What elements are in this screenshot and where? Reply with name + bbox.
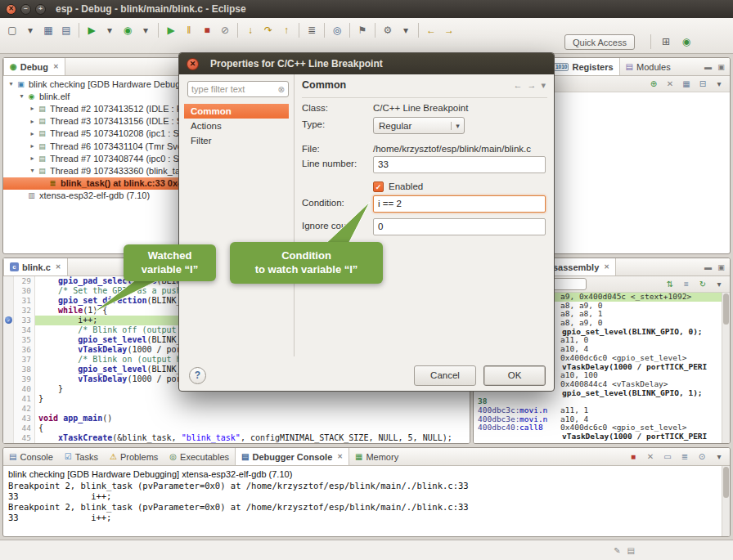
save-button[interactable]: ▦ (39, 21, 57, 39)
view-menu-icon[interactable]: ▾ (712, 78, 726, 91)
ignore-count-input[interactable]: 0 (373, 218, 546, 235)
disassembly-scrollbar[interactable] (722, 293, 730, 443)
pin-console-icon[interactable]: ⊙ (695, 450, 709, 464)
editor-line[interactable]: 42 (3, 404, 470, 414)
main-toolbar: ▢▾▦▤▶▾◉▾▶‖■⊘↓↷↑≣◎⚑⚙▾←→ Quick Access ⊞◉ (0, 18, 733, 54)
terminate-icon[interactable]: ■ (626, 450, 641, 464)
tab-debugger-console[interactable]: ▤Debugger Console✕ (235, 448, 349, 465)
save-all-button[interactable]: ▤ (57, 21, 75, 39)
tab-problems[interactable]: ⚠Problems (104, 448, 164, 465)
tab-debug[interactable]: ◉ Debug ✕ (3, 58, 65, 75)
debug-button[interactable]: ▶ (83, 21, 101, 39)
bookmark-button[interactable]: ⚑ (353, 21, 371, 39)
maximize-icon[interactable]: ▣ (716, 263, 726, 271)
back-button[interactable]: ← (422, 21, 440, 39)
filter-input[interactable]: type filter text ⊗ (187, 81, 289, 97)
expander-icon[interactable]: ▾ (7, 80, 16, 87)
resume-button[interactable]: ▶ (162, 21, 180, 39)
layout-icon[interactable]: ▦ (679, 78, 694, 91)
dialog-nav-actions[interactable]: Actions (184, 119, 289, 133)
expander-icon[interactable]: ▸ (28, 105, 37, 112)
open-perspective-icon[interactable]: ⊞ (657, 33, 675, 51)
forward-button[interactable]: → (440, 21, 458, 39)
line-number-input[interactable]: 33 (373, 156, 546, 173)
add-register-group-icon[interactable]: ⊕ (646, 78, 661, 91)
step-return-button[interactable]: ↑ (277, 21, 295, 39)
open-console-dropdown-icon[interactable]: ▾ (712, 450, 726, 464)
run-button[interactable]: ◉ (119, 21, 137, 39)
view-menu-icon[interactable]: ▾ (712, 278, 726, 291)
window-minimize-button[interactable]: − (20, 4, 31, 15)
dialog-nav-common[interactable]: Common (184, 104, 289, 119)
disassembly-line[interactable]: vTaskDelay(1000 / portTICK_PERI (474, 432, 722, 441)
tab-tasks[interactable]: ☑Tasks (59, 448, 104, 465)
type-select[interactable]: Regular ▾ (373, 117, 465, 134)
maximize-icon[interactable]: ▣ (716, 63, 726, 71)
external-tools-button[interactable]: ⚙ (379, 21, 397, 39)
close-icon[interactable]: ✕ (604, 263, 609, 271)
expander-icon[interactable]: ▾ (28, 167, 37, 174)
disconnect-button[interactable]: ⊘ (216, 21, 234, 39)
sync-with-stack-icon[interactable]: ⇅ (663, 278, 677, 291)
scrollbar-thumb[interactable] (723, 293, 729, 325)
tab-executables[interactable]: ◎Executables (164, 448, 235, 465)
line-number: 31 (14, 296, 35, 306)
ok-button[interactable]: OK (483, 365, 546, 386)
minimize-icon[interactable]: ▬ (703, 63, 713, 71)
instruction-stepping-button[interactable]: ≣ (303, 21, 321, 39)
tab-blink-c[interactable]: c blink.c ✕ (3, 258, 68, 276)
step-over-button[interactable]: ↷ (259, 21, 277, 39)
show-source-icon[interactable]: ≡ (679, 278, 694, 291)
forward-icon[interactable]: → (527, 80, 536, 91)
expander-icon[interactable]: ▸ (28, 155, 37, 162)
editor-line[interactable]: 41} (3, 394, 470, 404)
suspend-button[interactable]: ‖ (180, 21, 198, 39)
cancel-button[interactable]: Cancel (414, 365, 476, 386)
enabled-checkbox[interactable]: ✓ (373, 181, 384, 192)
remove-icon[interactable]: ✕ (663, 78, 677, 91)
clear-filter-icon[interactable]: ⊗ (278, 85, 285, 94)
close-icon[interactable]: ✕ (56, 263, 61, 271)
close-icon[interactable]: ✕ (337, 453, 343, 460)
expander-icon[interactable]: ▸ (28, 118, 37, 125)
line-number: 36 (14, 345, 35, 355)
minimize-icon[interactable]: ▬ (703, 263, 713, 271)
dialog-close-button[interactable]: ✕ (187, 58, 199, 70)
clear-console-icon[interactable]: ▭ (660, 450, 675, 464)
debug-dropdown-icon[interactable]: ▾ (101, 21, 119, 39)
expander-icon[interactable]: ▸ (28, 142, 37, 150)
quick-access-button[interactable]: Quick Access (564, 34, 635, 50)
dialog-nav-filter[interactable]: Filter (184, 133, 289, 148)
refresh-icon[interactable]: ↻ (695, 278, 710, 291)
close-icon[interactable]: ✕ (53, 63, 59, 70)
tab-console[interactable]: ▤Console (3, 448, 59, 465)
tab-modules[interactable]: ▤Modules (620, 58, 677, 75)
console-output[interactable]: Breakpoint 2, blink_task (pvParameter=0x… (3, 481, 730, 523)
editor-line[interactable]: 43void app_main() (3, 414, 470, 423)
window-maximize-button[interactable]: + (35, 4, 46, 15)
scrollbar-thumb[interactable] (723, 467, 729, 498)
expander-icon[interactable]: ▾ (17, 92, 26, 100)
new-button[interactable]: ▢ (3, 21, 21, 39)
scroll-lock-icon[interactable]: ≣ (677, 450, 692, 464)
remove-launch-icon[interactable]: ✕ (643, 450, 658, 464)
external-tools-dropdown-icon[interactable]: ▾ (397, 21, 415, 39)
help-button[interactable]: ? (189, 367, 206, 384)
console-scrollbar[interactable] (722, 466, 730, 536)
expander-icon[interactable]: ▸ (28, 130, 37, 137)
tab-memory[interactable]: ▦Memory (349, 448, 404, 465)
run-dropdown-icon[interactable]: ▾ (137, 21, 155, 39)
new-dropdown-icon[interactable]: ▾ (21, 21, 39, 39)
back-icon[interactable]: ← (513, 80, 522, 91)
editor-line[interactable]: 45 xTaskCreate(&blink_task, "blink_task"… (3, 433, 470, 443)
search-button[interactable]: ◎ (328, 21, 346, 39)
condition-input[interactable]: i == 2 (373, 195, 546, 213)
terminate-button[interactable]: ■ (198, 21, 216, 39)
collapse-all-icon[interactable]: ⊟ (695, 78, 710, 91)
debug-perspective-icon[interactable]: ◉ (677, 33, 695, 51)
tab-registers[interactable]: 1010Registers (547, 58, 620, 75)
window-close-button[interactable]: ✕ (6, 4, 16, 15)
editor-line[interactable]: 44{ (3, 423, 470, 433)
view-menu-icon[interactable]: ▾ (541, 80, 546, 91)
step-into-button[interactable]: ↓ (241, 21, 259, 39)
